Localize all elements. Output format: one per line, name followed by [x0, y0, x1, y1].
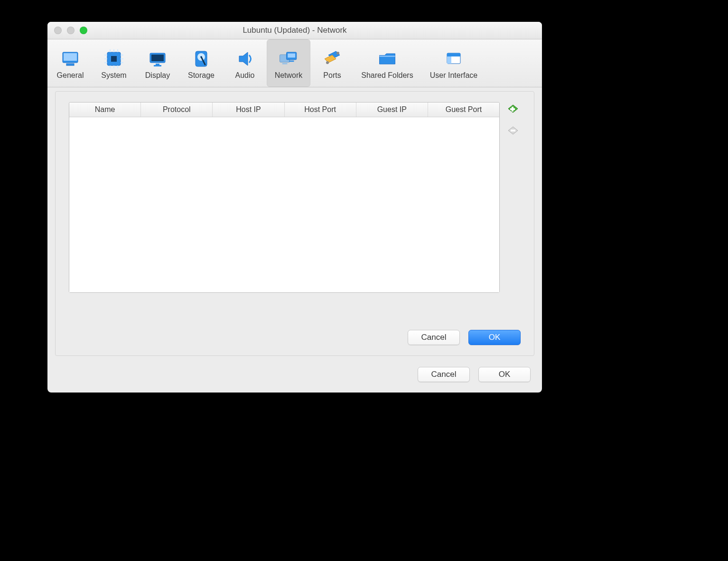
svg-rect-2 — [66, 64, 74, 65]
svg-rect-27 — [282, 63, 288, 65]
window-title: Lubuntu (Updated) - Network — [47, 26, 542, 35]
table-side-tools — [506, 102, 520, 137]
svg-rect-33 — [447, 56, 451, 64]
window-button-row: Cancel OK — [418, 367, 531, 382]
svg-rect-19 — [156, 64, 159, 65]
column-header-name[interactable]: Name — [69, 103, 141, 117]
toolbar-label: Audio — [235, 71, 255, 80]
toolbar-label: General — [57, 71, 84, 80]
remove-rule-button[interactable] — [506, 124, 520, 137]
window-zoom-button[interactable] — [80, 27, 87, 34]
chip-icon — [103, 48, 124, 69]
toolbar-item-storage[interactable]: Storage — [179, 39, 223, 87]
window-cancel-button[interactable]: Cancel — [418, 367, 470, 382]
toolbar-label: User Interface — [430, 71, 477, 80]
layout-icon — [443, 48, 464, 69]
window-ok-button[interactable]: OK — [478, 367, 531, 382]
toolbar-item-user-interface[interactable]: User Interface — [420, 39, 487, 87]
column-header-guest-ip[interactable]: Guest IP — [356, 103, 428, 117]
window-close-button[interactable] — [54, 27, 62, 34]
toolbar-label: Display — [145, 71, 170, 80]
svg-rect-26 — [288, 54, 295, 58]
toolbar-label: System — [101, 71, 126, 80]
display-icon — [147, 48, 168, 69]
svg-rect-20 — [154, 65, 161, 66]
toolbar-item-general[interactable]: General — [48, 39, 92, 87]
toolbar-item-network[interactable]: Network — [267, 39, 310, 87]
svg-rect-34 — [511, 130, 515, 131]
svg-rect-4 — [111, 56, 117, 62]
svg-rect-1 — [64, 53, 77, 61]
column-header-protocol[interactable]: Protocol — [141, 103, 213, 117]
column-header-host-port[interactable]: Host Port — [285, 103, 356, 117]
svg-rect-18 — [151, 55, 164, 61]
folder-icon — [377, 48, 398, 69]
network-icon — [278, 48, 299, 69]
toolbar-item-display[interactable]: Display — [136, 39, 179, 87]
table-body-empty[interactable] — [69, 117, 499, 292]
remove-icon — [507, 124, 519, 137]
sheet-ok-button[interactable]: OK — [468, 330, 521, 345]
titlebar: Lubuntu (Updated) - Network — [47, 22, 542, 39]
settings-toolbar: General System — [47, 39, 542, 87]
svg-rect-28 — [289, 61, 294, 62]
column-header-host-ip[interactable]: Host IP — [213, 103, 284, 117]
monitor-icon — [60, 48, 81, 69]
add-icon — [507, 103, 519, 115]
table-header: Name Protocol Host IP Host Port Guest IP… — [69, 103, 499, 117]
sheet-cancel-button[interactable]: Cancel — [408, 330, 460, 345]
port-forwarding-sheet: Name Protocol Host IP Host Port Guest IP… — [55, 91, 534, 356]
speaker-icon — [234, 48, 255, 69]
disk-icon — [191, 48, 212, 69]
toolbar-item-ports[interactable]: Ports — [310, 39, 354, 87]
port-forwarding-table: Name Protocol Host IP Host Port Guest IP… — [69, 102, 500, 293]
column-header-guest-port[interactable]: Guest Port — [428, 103, 499, 117]
ports-icon — [322, 48, 343, 69]
toolbar-item-system[interactable]: System — [92, 39, 136, 87]
toolbar-label: Network — [275, 71, 303, 80]
sheet-button-row: Cancel OK — [408, 330, 521, 345]
window-controls — [47, 27, 87, 34]
settings-window: Lubuntu (Updated) - Network General — [47, 22, 542, 393]
toolbar-label: Ports — [323, 71, 341, 80]
svg-rect-32 — [447, 53, 460, 56]
svg-point-29 — [326, 61, 329, 64]
toolbar-item-shared-folders[interactable]: Shared Folders — [354, 39, 420, 87]
window-minimize-button[interactable] — [67, 27, 75, 34]
toolbar-item-audio[interactable]: Audio — [223, 39, 267, 87]
toolbar-label: Shared Folders — [361, 71, 413, 80]
toolbar-label: Storage — [188, 71, 215, 80]
svg-point-30 — [336, 52, 339, 55]
add-rule-button[interactable] — [506, 102, 520, 115]
